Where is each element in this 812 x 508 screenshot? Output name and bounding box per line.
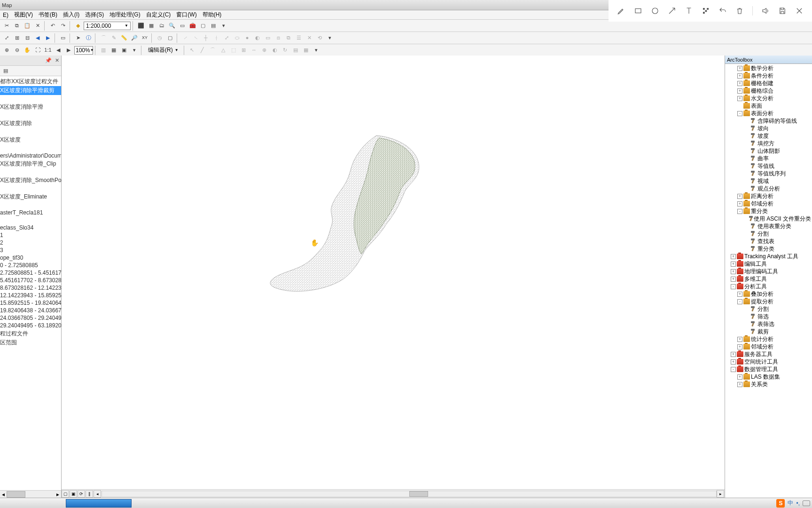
expand-icon[interactable]: + xyxy=(737,374,742,380)
goto-xy-icon[interactable]: XY xyxy=(140,33,149,43)
toolbox-node[interactable]: 等值线 xyxy=(725,162,812,170)
layout-back-icon[interactable]: ◀ xyxy=(54,46,63,55)
menu-geoprocessing[interactable]: 地理处理(G) xyxy=(107,11,143,19)
taskbar-item[interactable] xyxy=(66,499,132,508)
fixed-zoom-out-icon[interactable]: ⊟ xyxy=(23,33,32,43)
list-by-drawing-icon[interactable]: ▤ xyxy=(1,66,10,76)
toc-layer-item[interactable]: ers\Administrator\Documen xyxy=(0,152,61,159)
dropdown-icon[interactable]: ▾ xyxy=(219,21,228,31)
toolbox-node[interactable]: 重分类 xyxy=(725,245,812,253)
toolbox-node[interactable]: 含障碍的等值线 xyxy=(725,117,812,125)
layout-fwd-icon[interactable]: ▶ xyxy=(64,46,73,55)
toc-layer-item[interactable]: 都市XX区坡度过程文件 xyxy=(0,77,61,86)
expand-icon[interactable]: - xyxy=(737,299,742,304)
toc-layer-item[interactable]: 5.451617702 - 8.673028161 xyxy=(0,277,61,284)
toc-layer-item[interactable]: 8.673028162 - 12.14223942 xyxy=(0,284,61,292)
close-panel-icon[interactable]: ✕ xyxy=(54,57,60,64)
toc-layer-item[interactable] xyxy=(0,168,61,176)
toolbox-node[interactable]: +条件分析 xyxy=(725,72,812,79)
expand-icon[interactable]: + xyxy=(737,194,742,199)
find-icon[interactable]: 🔎 xyxy=(130,33,139,43)
toc-layer-item[interactable]: 29.24049495 - 63.18920517 xyxy=(0,322,61,329)
close-icon[interactable] xyxy=(795,7,804,15)
toc-layer-item[interactable] xyxy=(0,111,61,119)
back-icon[interactable]: ◀ xyxy=(33,33,42,43)
toolbox-node[interactable]: 表筛选 xyxy=(725,320,812,328)
toc-layer-item[interactable]: 程过程文件 xyxy=(0,329,61,338)
pin-icon[interactable]: 📌 xyxy=(45,57,52,64)
scroll-right-icon[interactable]: ▸ xyxy=(717,490,724,498)
toc-layer-item[interactable]: X区坡度 xyxy=(0,135,61,144)
copy-icon[interactable]: ⧉ xyxy=(12,21,22,31)
expand-icon[interactable]: + xyxy=(737,292,742,297)
undo-tool-icon[interactable]: ↶ xyxy=(48,21,57,31)
toolbox-node[interactable]: +编辑工具 xyxy=(725,260,812,268)
toolbox-node[interactable]: 分割 xyxy=(725,305,812,313)
toc-icon[interactable]: ▦ xyxy=(147,21,156,31)
toolbox-node[interactable]: +水文分析 xyxy=(725,95,812,102)
scroll-left-icon[interactable]: ◂ xyxy=(94,490,101,498)
text-icon[interactable] xyxy=(685,7,693,15)
toolbox-node[interactable]: 查找表 xyxy=(725,238,812,245)
toolbox-node[interactable]: 视域 xyxy=(725,177,812,185)
arctoolbox-tree[interactable]: +数学分析+条件分析+栅格创建+栅格综合+水文分析表面-表面分析含障碍的等值线坡… xyxy=(725,64,812,498)
expand-icon[interactable]: + xyxy=(731,277,736,282)
toolbox-node[interactable]: 山体阴影 xyxy=(725,147,812,155)
layout-zoom-out-icon[interactable]: ⊖ xyxy=(12,46,22,55)
data-view-icon[interactable]: ▢ xyxy=(62,490,69,498)
toolbox-node[interactable]: +Tracking Analyst 工具 xyxy=(725,253,812,260)
toc-layer-item[interactable]: X区坡度消除平滑_Clip xyxy=(0,159,61,168)
toolbox-node[interactable]: +地理编码工具 xyxy=(725,268,812,275)
toc-tree[interactable]: 都市XX区坡度过程文件X区坡度消除平滑裁剪 X区坡度消除平滑 X区坡度消除 X区… xyxy=(0,76,61,490)
expand-icon[interactable]: + xyxy=(731,254,736,259)
expand-icon[interactable]: - xyxy=(731,284,736,289)
layout-whole-icon[interactable]: ⛶ xyxy=(33,46,42,55)
ime-punct-icon[interactable]: •, xyxy=(796,500,800,507)
keyboard-icon[interactable] xyxy=(803,500,810,506)
toolbox-node[interactable]: +距离分析 xyxy=(725,192,812,200)
delete-icon[interactable]: ✕ xyxy=(33,21,42,31)
map-view[interactable]: ✋ ▢ ▣ ⟳ ‖ ◂ ▸ xyxy=(62,56,725,498)
toc-layer-item[interactable]: X区坡度消除平滑裁剪 xyxy=(0,86,61,95)
menu-bookmarks[interactable]: 书签(B) xyxy=(36,11,60,19)
layout-view-icon[interactable]: ▣ xyxy=(70,490,77,498)
rectangle-icon[interactable] xyxy=(634,7,642,15)
scale-input[interactable]: 1:200,000▼ xyxy=(84,22,131,30)
toc-layer-item[interactable]: 0 - 2.72580885 xyxy=(0,262,61,269)
expand-icon[interactable]: + xyxy=(737,382,742,387)
map-hscroll[interactable] xyxy=(102,491,717,497)
toc-hscroll[interactable]: ◂ ▸ xyxy=(0,490,61,498)
ime-lang[interactable]: 中 xyxy=(788,499,793,507)
toc-layer-item[interactable]: asterT_Recla181 xyxy=(0,209,61,216)
toolbox-node[interactable]: 填挖方 xyxy=(725,140,812,147)
forward-icon[interactable]: ▶ xyxy=(43,33,53,43)
expand-icon[interactable]: + xyxy=(737,73,742,79)
expand-icon[interactable]: + xyxy=(737,88,742,94)
toc-layer-item[interactable]: 2 xyxy=(0,239,61,246)
model-builder-icon[interactable]: ▢ xyxy=(198,21,208,31)
circle-icon[interactable] xyxy=(651,7,659,15)
refresh-icon[interactable]: ⟳ xyxy=(78,490,85,498)
expand-icon[interactable]: - xyxy=(737,209,742,214)
layout-pan-icon[interactable]: ✋ xyxy=(23,46,32,55)
measure-icon[interactable]: 📏 xyxy=(119,33,129,43)
cut-icon[interactable]: ✂ xyxy=(2,21,11,31)
toc-layer-item[interactable]: X区坡度消除_SmoothPolygon xyxy=(0,176,61,185)
toolbox-node[interactable]: +邻域分析 xyxy=(725,200,812,207)
toolbox-node[interactable]: +关系类 xyxy=(725,381,812,388)
layout-100-icon[interactable]: 1:1 xyxy=(43,46,53,55)
toc-layer-item[interactable] xyxy=(0,144,61,152)
menu-file[interactable]: E) xyxy=(0,12,11,18)
arrow-icon[interactable] xyxy=(668,7,676,15)
python-icon[interactable]: ▭ xyxy=(178,21,187,31)
toolbox-node[interactable]: +叠加分析 xyxy=(725,290,812,298)
toolbox-node[interactable]: +统计分析 xyxy=(725,335,812,343)
toolbox-node[interactable]: +LAS 数据集 xyxy=(725,373,812,381)
expand-icon[interactable]: + xyxy=(737,96,742,101)
toolbox-node[interactable]: -提取分析 xyxy=(725,298,812,305)
menu-insert[interactable]: 插入(I) xyxy=(60,11,82,19)
toc-layer-item[interactable]: 12.14223943 - 15.85925149 xyxy=(0,292,61,299)
expand-icon[interactable]: + xyxy=(737,337,742,342)
toolbox-node[interactable]: -数据管理工具 xyxy=(725,365,812,373)
toc-layer-item[interactable]: X区坡度_Eliminate xyxy=(0,192,61,201)
